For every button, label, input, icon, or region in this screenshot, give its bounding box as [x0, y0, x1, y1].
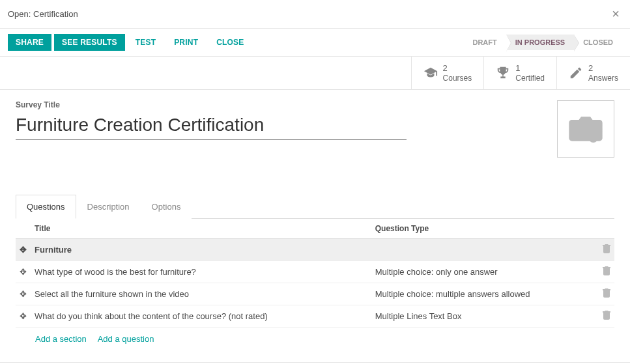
form-body: Survey Title Questions Description Optio… — [0, 90, 630, 356]
row-title: Furniture — [31, 238, 371, 260]
test-button[interactable]: TEST — [128, 34, 164, 51]
add-links: Add a section Add a question — [16, 328, 614, 350]
table-row[interactable]: ✥ What type of wood is the best for furn… — [16, 260, 614, 283]
stat-answers[interactable]: 2 Answers — [556, 57, 630, 89]
stat-answers-label: Answers — [588, 74, 618, 83]
tabs: Questions Description Options — [16, 194, 614, 219]
graduation-cap-icon — [423, 66, 438, 80]
status-bar: DRAFT IN PROGRESS CLOSED — [463, 35, 622, 50]
stat-courses[interactable]: 2 Courses — [411, 57, 484, 89]
drag-handle-icon[interactable]: ✥ — [16, 238, 31, 260]
table-row[interactable]: ✥ What do you think about the content of… — [16, 305, 614, 327]
camera-plus-icon — [567, 113, 604, 145]
stat-courses-label: Courses — [443, 74, 472, 83]
row-type: Multiple choice: only one answer — [371, 260, 599, 283]
toolbar: SHARE SEE RESULTS TEST PRINT CLOSE DRAFT… — [0, 29, 630, 57]
trophy-icon — [496, 66, 510, 80]
row-title: What do you think about the content of t… — [31, 305, 371, 327]
drag-handle-icon[interactable]: ✥ — [16, 305, 31, 327]
see-results-button[interactable]: SEE RESULTS — [54, 34, 125, 51]
stat-answers-count: 2 — [588, 63, 618, 74]
stat-certified-label: Certified — [515, 74, 545, 83]
table-row[interactable]: ✥ Select all the furniture shown in the … — [16, 283, 614, 305]
trash-icon[interactable] — [603, 288, 610, 298]
drag-handle-icon[interactable]: ✥ — [16, 260, 31, 283]
trash-icon[interactable] — [603, 311, 610, 320]
survey-title-label: Survey Title — [16, 100, 407, 109]
stat-courses-count: 2 — [443, 63, 472, 74]
print-button[interactable]: PRINT — [166, 34, 206, 51]
tab-options[interactable]: Options — [141, 195, 192, 219]
table-row[interactable]: ✥ Furniture — [16, 238, 614, 260]
col-title: Title — [31, 219, 371, 239]
row-title: Select all the furniture shown in the vi… — [31, 283, 371, 305]
drag-handle-icon[interactable]: ✥ — [16, 283, 31, 305]
stat-certified[interactable]: 1 Certified — [483, 57, 556, 89]
row-type: Multiple Lines Text Box — [371, 305, 599, 327]
image-upload[interactable] — [557, 100, 614, 158]
tab-description[interactable]: Description — [76, 195, 141, 219]
survey-title-input[interactable] — [16, 112, 407, 140]
stat-certified-count: 1 — [515, 63, 545, 74]
status-in-progress[interactable]: IN PROGRESS — [506, 35, 574, 50]
row-type: Multiple choice: multiple answers allowe… — [371, 283, 599, 305]
stat-row: 2 Courses 1 Certified 2 Answers — [0, 57, 630, 90]
edit-icon — [569, 66, 583, 80]
dialog-header: Open: Certification × — [0, 0, 630, 29]
tab-questions[interactable]: Questions — [16, 195, 76, 219]
status-closed[interactable]: CLOSED — [574, 35, 622, 50]
close-icon[interactable]: × — [612, 7, 620, 21]
row-type — [371, 238, 599, 260]
trash-icon[interactable] — [603, 244, 610, 253]
share-button[interactable]: SHARE — [8, 34, 51, 51]
dialog-title: Open: Certification — [8, 9, 78, 19]
add-question-link[interactable]: Add a question — [98, 334, 154, 344]
trash-icon[interactable] — [603, 266, 610, 275]
add-section-link[interactable]: Add a section — [35, 334, 87, 344]
questions-table: Title Question Type ✥ Furniture ✥ What t… — [16, 219, 614, 328]
status-draft[interactable]: DRAFT — [463, 35, 506, 50]
col-type: Question Type — [371, 219, 599, 239]
close-button[interactable]: CLOSE — [208, 34, 251, 51]
row-title: What type of wood is the best for furnit… — [31, 260, 371, 283]
